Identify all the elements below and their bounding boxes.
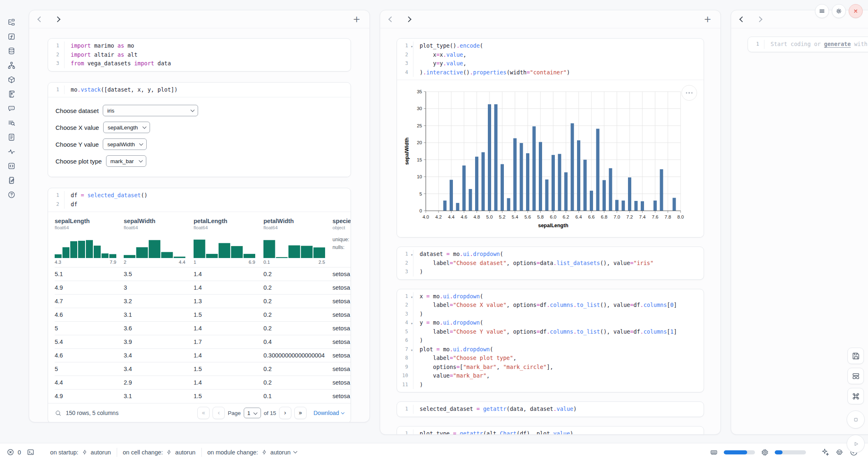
status-bar: 0 on startup: autorun on cell change: au…: [0, 443, 868, 461]
fold-icon[interactable]: ▾: [411, 251, 413, 260]
column-header[interactable]: petalLengthfloat6416.9: [194, 217, 263, 267]
code-editor[interactable]: 1import marimo as mo2import altair as al…: [48, 39, 351, 71]
notebook-icon[interactable]: [7, 176, 16, 184]
stop-icon: [852, 415, 860, 424]
logs-icon[interactable]: [7, 90, 16, 98]
last-page-button[interactable]: »: [294, 407, 307, 419]
chevron-down-icon: [341, 410, 344, 414]
run-button[interactable]: [847, 435, 865, 453]
page-select[interactable]: 1: [244, 408, 261, 418]
table-row[interactable]: 4.63.11.50.2setosa: [55, 308, 351, 322]
first-page-button[interactable]: «: [197, 407, 210, 419]
chart-menu-button[interactable]: [681, 85, 697, 101]
dependencies-icon[interactable]: [7, 61, 16, 69]
assistant-robot-icon[interactable]: [835, 448, 844, 456]
code-editor[interactable]: 1plot_type = getattr(alt.Chart(df), plot…: [397, 426, 704, 435]
runtime-on-cell-change[interactable]: on cell change: autorun: [123, 449, 196, 456]
documentation-icon[interactable]: [7, 133, 16, 141]
packages-icon[interactable]: [7, 76, 16, 84]
ai-sparkles-icon[interactable]: [821, 448, 829, 456]
ram-icon: [710, 448, 718, 456]
help-icon[interactable]: [7, 191, 16, 199]
choose-plot-type-select[interactable]: mark_bar: [106, 155, 146, 167]
fold-icon[interactable]: ▾: [411, 42, 413, 51]
table-row[interactable]: 4.73.21.30.2setosa: [55, 295, 351, 308]
column-left-icon[interactable]: [388, 16, 394, 22]
datasources-icon[interactable]: [7, 47, 16, 55]
page-count-label: of 15: [264, 410, 276, 416]
code-editor[interactable]: 1selected_dataset = getattr(data, datase…: [397, 402, 704, 417]
settings-button[interactable]: [832, 4, 846, 18]
functions-icon[interactable]: [7, 32, 16, 41]
fold-icon[interactable]: ▾: [411, 346, 413, 355]
choose-x-value-select[interactable]: sepalLength: [103, 122, 150, 133]
page-label: Page: [228, 410, 241, 416]
line-number: 5: [397, 327, 413, 337]
gear-icon: [835, 7, 843, 15]
column-left-icon[interactable]: [739, 16, 745, 22]
column-header[interactable]: sepalLengthfloat644.37.9: [55, 217, 124, 267]
column-right-icon[interactable]: [55, 16, 60, 22]
column-right-icon[interactable]: [406, 16, 411, 22]
line-number: 1: [397, 429, 413, 435]
layout-button[interactable]: [847, 368, 864, 384]
column-right-icon[interactable]: [757, 16, 762, 22]
code-editor[interactable]: 1mo.vstack([dataset, x, y, plot]): [48, 83, 351, 97]
scratchpad-icon[interactable]: [7, 119, 16, 127]
line-number: 4: [397, 68, 413, 77]
chat-icon[interactable]: [7, 104, 16, 113]
column-header[interactable]: sepalWidthfloat6424.4: [124, 217, 194, 267]
errors-indicator[interactable]: 0: [7, 448, 21, 456]
line-number: 9: [397, 363, 413, 372]
save-button[interactable]: [847, 348, 864, 364]
fold-icon[interactable]: ▾: [411, 293, 413, 302]
tracing-icon[interactable]: [7, 148, 16, 156]
control-row: Choose plot typemark_bar: [55, 155, 343, 167]
table-row[interactable]: 53.61.40.2setosa: [55, 322, 351, 335]
close-panel-button[interactable]: [849, 4, 863, 18]
code-editor[interactable]: 1▾plot_type().encode(2 x=x.value,3 y=y.v…: [397, 39, 704, 80]
table-footer: 150 rows, 5 columns « ‹ Page 1 of 15 › »…: [48, 403, 351, 422]
column-1-header: +: [29, 10, 369, 28]
code-editor[interactable]: 1 Start coding or generate with: [748, 37, 868, 52]
table-row[interactable]: 4.93.11.50.1setosa: [55, 390, 351, 403]
generate-ai-link[interactable]: generate: [824, 41, 851, 47]
next-page-button[interactable]: ›: [279, 407, 291, 419]
prev-page-button[interactable]: ‹: [212, 407, 225, 419]
runtime-on-startup[interactable]: on startup: autorun: [50, 449, 111, 456]
search-icon[interactable]: [55, 410, 62, 417]
download-button[interactable]: Download: [314, 410, 344, 416]
table-row[interactable]: 5.43.91.70.4setosa: [55, 335, 351, 349]
snippets-icon[interactable]: [7, 162, 16, 170]
stop-button[interactable]: [847, 410, 865, 429]
code-editor[interactable]: 1▾dataset = mo.ui.dropdown(2 label="Choo…: [397, 247, 704, 279]
runtime-on-module-change[interactable]: on module change: autorun: [208, 449, 297, 456]
column-2-header: +: [380, 10, 720, 28]
fold-icon[interactable]: ▾: [411, 319, 413, 328]
svg-text:35: 35: [417, 89, 422, 94]
svg-text:4.8: 4.8: [473, 214, 480, 219]
menu-button[interactable]: [815, 4, 829, 18]
column-histogram: [263, 235, 325, 258]
add-column-button[interactable]: +: [704, 15, 711, 24]
code-editor[interactable]: 1▾x = mo.ui.dropdown(2 label="Choose X v…: [397, 289, 704, 392]
line-number: 11: [397, 380, 413, 390]
table-row[interactable]: 4.42.91.40.2setosa: [55, 376, 351, 390]
table-row[interactable]: 4.931.40.2setosa: [55, 281, 351, 295]
line-number: 1: [48, 41, 65, 51]
file-tree-icon[interactable]: [7, 18, 16, 26]
table-row[interactable]: 5.13.51.40.2setosa: [55, 267, 351, 281]
table-row[interactable]: 53.41.50.2setosa: [55, 362, 351, 376]
choose-dataset-select[interactable]: iris: [103, 105, 198, 116]
terminal-button[interactable]: [27, 448, 35, 456]
column-left-icon[interactable]: [37, 16, 43, 22]
table-row[interactable]: 4.63.41.40.30000000000000004setosa: [55, 349, 351, 362]
svg-text:7.4: 7.4: [639, 214, 646, 219]
code-editor[interactable]: 1df = selected_dataset()2df: [48, 188, 351, 212]
keyboard-shortcuts-button[interactable]: [847, 388, 864, 404]
column-header[interactable]: speciesobjectunique:nulls:: [332, 217, 351, 267]
add-column-button[interactable]: +: [353, 15, 360, 24]
bar-chart[interactable]: 4.04.24.44.64.85.05.25.45.65.86.06.26.46…: [403, 87, 699, 233]
choose-y-value-select[interactable]: sepalWidth: [103, 138, 147, 150]
column-header[interactable]: petalWidthfloat640.12.5: [263, 217, 332, 267]
